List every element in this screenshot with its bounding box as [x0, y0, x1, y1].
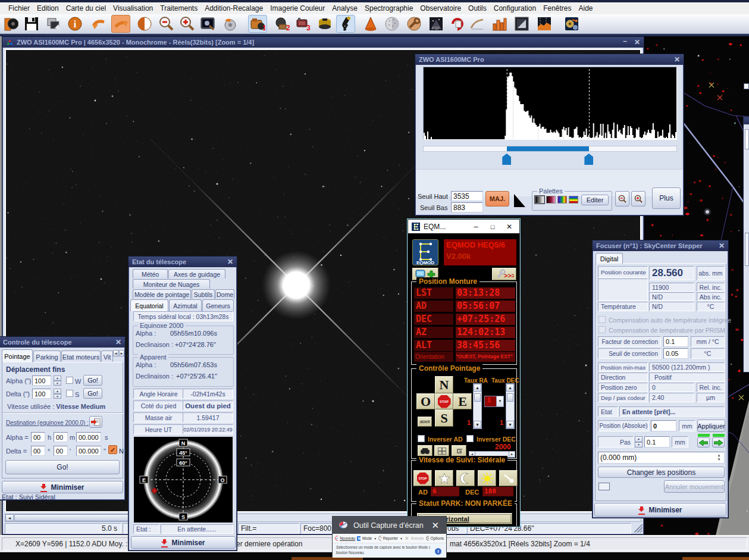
eqmod-maximize-icon[interactable]: □ [486, 223, 499, 230]
zoom-in-histogram-button[interactable] [631, 191, 645, 207]
hand-gear-icon[interactable] [220, 15, 239, 33]
s-checkbox[interactable] [66, 390, 73, 397]
threshold-range-bar[interactable] [507, 146, 589, 151]
alpha-arcsec-input[interactable]: 100 [32, 376, 51, 386]
menu-observatoire[interactable]: Observatoire [416, 3, 465, 14]
threshold-low-handle[interactable] [502, 154, 511, 165]
options-button[interactable]: Options [431, 536, 444, 540]
delta-m-input[interactable]: 00 [54, 446, 68, 456]
menu-spectrographie[interactable]: Spectrographie [361, 3, 416, 14]
slew-stop-button[interactable]: STOP [435, 393, 453, 409]
ablett-button[interactable]: ablett [418, 417, 432, 427]
goto-button[interactable] [418, 445, 433, 456]
focuser-minimiser-button[interactable]: Minimiser [594, 503, 726, 517]
palette-red[interactable] [546, 196, 556, 204]
eqmod-minimize-icon[interactable]: – [469, 222, 482, 231]
slew-south-button[interactable]: S [435, 409, 453, 427]
threshold-high-handle[interactable] [584, 154, 593, 165]
speed-sidereal-button[interactable] [435, 470, 453, 486]
editer-button[interactable]: Editer [581, 195, 609, 205]
rate-combo[interactable]: 1▼ [484, 396, 504, 407]
plus-button[interactable]: Plus [652, 187, 681, 209]
w-checkbox[interactable] [66, 377, 73, 384]
facteur-input[interactable]: 0.1 [663, 336, 688, 347]
close-icon[interactable]: ✕ [634, 37, 640, 48]
telescope-control-titlebar[interactable]: Controle du télescope ✕ [0, 337, 125, 348]
alpha-h-input[interactable]: 00 [31, 432, 45, 442]
delta-d-input[interactable]: 00 [31, 446, 45, 456]
eqmod-close-icon[interactable]: ✕ [503, 223, 516, 231]
slew-west-button[interactable]: O [416, 393, 435, 409]
seuil-correction-input[interactable]: 0.05 [663, 348, 688, 359]
go-big-button[interactable]: Go! [5, 460, 120, 474]
camera-1-icon[interactable]: 1 [248, 15, 267, 33]
pas-spinner[interactable]: ▲▼ [635, 436, 643, 448]
tab-vit[interactable]: Vit [101, 351, 113, 362]
zoom-in-icon[interactable] [177, 15, 196, 33]
seuil-bas-input[interactable]: 883 [451, 202, 483, 212]
delta-s-input[interactable]: 00.000 [76, 446, 101, 456]
n-checkbox[interactable]: ✓ [108, 445, 117, 454]
levels-frame-icon[interactable] [512, 15, 531, 33]
histogram-plot[interactable] [423, 67, 677, 140]
speed-stop-button[interactable]: STOP [413, 470, 432, 486]
gears-blue-icon[interactable] [562, 15, 581, 33]
eqmod-setup-button[interactable]: >>> [492, 268, 516, 280]
menu-fichier[interactable]: Fichier [5, 3, 33, 14]
tab-parking[interactable]: Parking [33, 351, 61, 362]
contrast-icon[interactable] [135, 15, 154, 33]
focuser-titlebar[interactable]: Focuser (n°1) : SkyCenter Stepper ✕ [593, 240, 728, 251]
changer-positions-button[interactable]: Changer les positions [598, 467, 725, 478]
sphere-icon[interactable] [383, 15, 402, 33]
go-alpha-button[interactable]: Go! [83, 375, 102, 386]
tab-mod-le-de-pointage[interactable]: Modèle de pointage [133, 289, 191, 299]
terrain-profile-icon[interactable] [535, 15, 554, 33]
annuler-mouvement-button[interactable]: Annuler mouvement [664, 480, 725, 493]
tab-geneurs[interactable]: Geneurs [202, 299, 234, 311]
go-delta-button[interactable]: Go! [83, 388, 102, 399]
psf-frame-icon[interactable]: PSF [427, 15, 446, 33]
undo-icon[interactable] [89, 15, 108, 33]
device-3-icon[interactable]: 3 [293, 15, 312, 33]
menu-carte-du-ciel[interactable]: Carte du ciel [62, 3, 109, 14]
lens-2-icon[interactable]: 2 [272, 15, 292, 33]
tab-moniteur-de-nuages[interactable]: Moniteur de Nuages [133, 279, 210, 289]
maj-button[interactable]: MAJ. [485, 191, 509, 207]
curve-graph-icon[interactable] [468, 15, 487, 33]
tab-equatorial[interactable]: Equatorial [130, 299, 168, 311]
menu-visualisation[interactable]: Visualisation [109, 3, 156, 14]
appliquer-button[interactable]: Appliquer [697, 420, 725, 432]
taux-dec-slider[interactable]: ▲▼ [506, 383, 515, 429]
histogram-window-titlebar[interactable]: ZWO ASI1600MC Pro ✕ [415, 54, 684, 65]
inverser-dec-checkbox[interactable] [466, 435, 474, 442]
menu-traitements[interactable]: Traitements [156, 3, 201, 14]
pas-input[interactable]: 0.1 [644, 436, 670, 448]
spiral-search-button[interactable] [452, 445, 466, 456]
alpha-spinner[interactable]: ▲▼ [54, 376, 61, 386]
step-out-button[interactable] [697, 437, 710, 448]
position-absolue-input[interactable]: 0 [651, 420, 676, 431]
menu-aide[interactable]: Aide [575, 3, 597, 14]
copy-image-icon[interactable] [45, 15, 64, 33]
palette-bands[interactable] [569, 196, 578, 204]
delta-spinner[interactable]: ▲▼ [54, 389, 61, 399]
speed-lunar-button[interactable] [456, 470, 475, 486]
image-hscrollbar[interactable]: ◄ [5, 514, 641, 522]
speed-custom-button[interactable] [499, 470, 518, 486]
positions-combo[interactable]: (0.000 mm)▲▼ [598, 452, 725, 464]
save-icon[interactable] [22, 15, 41, 33]
tab-dome[interactable]: Dome [215, 289, 234, 299]
tab-pointage[interactable]: Pointage [2, 349, 33, 362]
histogram-close-icon[interactable]: ✕ [674, 54, 680, 65]
menu-edition[interactable]: Edition [33, 3, 62, 14]
snipping-close-icon[interactable]: ✕ [431, 520, 439, 531]
taux-ra-slider[interactable]: ▲▼ [473, 383, 482, 429]
step-in-button[interactable] [712, 437, 725, 448]
eqmod-titlebar[interactable]: EQM... – □ ✕ [408, 220, 519, 233]
mode-button[interactable]: Mode [362, 536, 372, 540]
zoom-out-icon[interactable] [156, 15, 176, 33]
menu-imagerie-couleur[interactable]: Imagerie Couleur [267, 3, 328, 14]
tab-scroll-right-icon[interactable]: ► [119, 350, 124, 356]
speed-solar-button[interactable] [478, 470, 496, 486]
wrench-disc-icon[interactable] [405, 15, 424, 33]
